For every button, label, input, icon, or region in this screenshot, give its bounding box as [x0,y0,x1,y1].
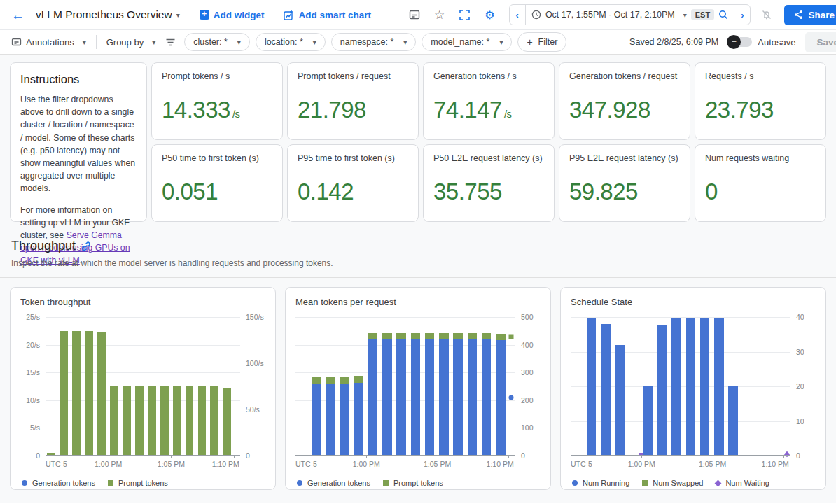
chart-bar [85,331,93,456]
y-axis-label: 300 [521,368,534,377]
group-by-button[interactable]: Group by ▾ [106,37,156,48]
scorecard-number: 347.928 [569,97,650,122]
y-axis-label: 100 [521,424,534,432]
filter-chip[interactable]: namespace: *▾ [331,33,416,51]
timezone-label: UTC-5 [571,460,592,468]
filter-chip-label: model_name: * [431,37,489,47]
chart-plot-area[interactable] [295,317,515,456]
chart-bar [396,333,405,340]
legend-item[interactable]: Generation tokens [297,479,370,487]
legend-label: Num Running [583,479,629,487]
x-axis-line [571,455,790,456]
fullscreen-icon[interactable] [459,8,471,21]
chart-bar [110,386,118,456]
add-widget-button[interactable]: + Add widget [200,10,265,20]
dashboard-toolbar: Annotations ▾ Group by ▾ cluster: *▾loca… [0,29,836,55]
scorecard: Generation tokens / request347.928 [559,62,690,140]
scorecard-label: P50 E2E request latency (s) [433,153,544,163]
legend-item[interactable]: Num Waiting [716,479,769,487]
y-axis-label: 0 [246,451,250,460]
chart-bar [160,386,169,456]
filter-chip[interactable]: cluster: *▾ [184,33,250,51]
section-link-icon[interactable] [81,241,91,251]
time-range-text: Oct 17, 1:55PM - Oct 17, 2:10PM [545,10,675,20]
add-filter-button[interactable]: + Filter [517,32,566,52]
legend-item[interactable]: Num Swapped [642,479,703,487]
chart-title: Mean tokens per request [295,297,541,307]
annotations-button[interactable]: Annotations ▾ [11,37,86,48]
chart-plot-area[interactable] [46,317,240,456]
x-axis-label: 1:05 PM [699,460,726,468]
time-search-icon[interactable] [718,10,728,20]
scorecard-number: 59.825 [569,178,638,204]
time-range-caret: ▾ [683,11,687,19]
gridline [46,317,240,318]
time-forward-button[interactable]: › [734,5,750,24]
chart-bar [482,333,491,340]
scorecard-label: Num requests waiting [705,153,816,163]
filter-chip[interactable]: model_name: *▾ [422,33,512,51]
filter-chips: cluster: *▾location: *▾namespace: *▾mode… [184,33,512,51]
chart-bar [453,333,462,340]
gridline [295,317,515,318]
panel-view-icon[interactable] [408,8,421,21]
scorecard-value: 35.755 [433,178,544,205]
chart-bar [411,333,420,340]
scorecard-label: P50 time to first token (s) [162,153,272,163]
x-axis-tick [109,456,109,458]
star-icon[interactable]: ☆ [433,8,446,21]
y-axis-label: 40 [796,313,804,321]
add-widget-icon: + [200,10,209,20]
instructions-card: Instructions Use the filter dropdowns ab… [10,62,147,222]
chart-bar [468,333,477,340]
dashboard-content: Instructions Use the filter dropdowns ab… [0,55,836,503]
plus-icon: + [527,36,532,48]
title-dropdown-caret[interactable]: ▾ [176,11,180,19]
smart-chart-icon [284,10,294,20]
scorecard-value: 347.928 [569,97,680,123]
add-smart-chart-button[interactable]: Add smart chart [284,10,371,20]
scorecard-label: Prompt tokens / request [298,71,408,81]
page-title: vLLM Prometheus Overview [36,8,172,21]
chart-bar [368,333,377,340]
save-button[interactable]: Save [805,32,836,52]
settings-gear-icon[interactable]: ⚙ [484,8,496,21]
chart-bar [382,333,391,340]
legend-label: Prompt tokens [393,479,443,487]
y-axis-label: 30 [796,348,804,356]
scorecard-value: 23.793 [705,97,816,123]
filter-chip[interactable]: location: *▾ [256,33,326,51]
back-arrow-icon[interactable]: ← [11,8,25,22]
y-axis-label: 20 [796,382,804,391]
alerts-muted-icon[interactable] [760,8,773,21]
chart-plot-area[interactable] [571,317,790,456]
legend-circle-marker [22,480,27,486]
scorecard-suffix: /s [232,108,240,120]
filter-chip-caret: ▾ [313,38,316,46]
chart-bar [396,340,405,456]
chart-bar [657,326,667,456]
time-back-button[interactable]: ‹ [510,5,525,24]
x-axis-label: 1:00 PM [353,460,380,468]
legend-item[interactable]: Num Running [572,479,629,487]
chart-bar [468,340,477,456]
time-range-button[interactable]: Oct 17, 1:55PM - Oct 17, 2:10PM ▾ EST [525,5,734,24]
legend-item[interactable]: Prompt tokens [108,479,168,487]
legend-item[interactable]: Generation tokens [22,479,95,487]
chart-bar [728,386,737,456]
scorecard-value: 14.333/s [162,97,272,123]
legend-label: Generation tokens [32,479,95,487]
time-range-control: ‹ Oct 17, 1:55PM - Oct 17, 2:10PM ▾ EST … [509,4,751,25]
autosave-toggle[interactable]: − [728,37,752,47]
share-button[interactable]: Share [784,5,836,25]
legend-square-marker [383,480,389,486]
chart-title: Schedule State [571,297,816,307]
scorecard: P95 E2E request latency (s)59.825 [559,144,690,222]
scorecard-label: Generation tokens / s [433,71,544,81]
filter-list-icon[interactable] [165,38,176,47]
chart-bar [97,332,106,456]
legend-label: Generation tokens [307,479,370,487]
chart-point [508,395,513,400]
legend-item[interactable]: Prompt tokens [383,479,443,487]
chart-card: Schedule StateUTC-51:00 PM1:05 PM1:10 PM… [560,287,826,490]
